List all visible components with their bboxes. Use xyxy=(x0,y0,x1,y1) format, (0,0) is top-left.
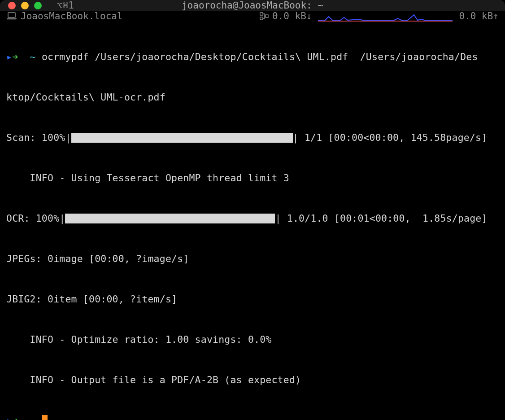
prompt-arrow-icon: ➜ xyxy=(12,51,18,62)
scan-progress-bar xyxy=(71,133,293,143)
prompt-cwd: ~ xyxy=(30,415,36,420)
net-up-label: 0.0 kB↑ xyxy=(459,11,499,22)
svg-rect-3 xyxy=(260,17,263,20)
scan-label: Scan: 100%| xyxy=(6,132,71,143)
output-info-output: INFO - Output file is a PDF/A-2B (as exp… xyxy=(6,373,499,387)
net-down-label: 0.0 kB↓ xyxy=(272,11,312,22)
ocr-tail: | 1.0/1.0 [00:01<00:00, 1.85s/page] xyxy=(275,213,487,224)
command-text-wrap: ktop/Cocktails\ UML-ocr.pdf xyxy=(6,92,165,103)
command-line-1: ▸➜ ~ ocrmypdf /Users/joaorocha/Desktop/C… xyxy=(6,50,499,64)
output-info-optimize: INFO - Optimize ratio: 1.00 savings: 0.0… xyxy=(6,333,499,346)
network-graph xyxy=(318,11,453,22)
window-title: joaorocha@JoaosMacBook: ~ xyxy=(182,0,323,11)
prompt-line[interactable]: ▸➜ ~ xyxy=(6,414,499,420)
output-ocr: OCR: 100%|| 1.0/1.0 [00:01<00:00, 1.85s/… xyxy=(6,212,499,225)
output-info-thread: INFO - Using Tesseract OpenMP thread lim… xyxy=(6,171,499,185)
prompt-bracket-icon: ▸ xyxy=(6,51,12,62)
svg-rect-4 xyxy=(266,15,268,18)
ocr-progress-bar xyxy=(65,214,275,223)
titlebar[interactable]: ⌥⌘1 joaorocha@JoaosMacBook: ~ xyxy=(0,0,505,11)
prompt-bracket-icon: ▸ xyxy=(6,415,12,420)
tab-shortcut-label: ⌥⌘1 xyxy=(57,0,74,11)
scan-tail: | 1/1 [00:00<00:00, 145.58page/s] xyxy=(293,132,488,143)
status-right: 0.0 kB↓ 0.0 kB↑ xyxy=(260,11,499,22)
svg-rect-2 xyxy=(260,13,263,15)
output-jpegs: JPEGs: 0image [00:00, ?image/s] xyxy=(6,252,499,266)
status-left: JoaosMacBook.local xyxy=(6,11,123,22)
output-jbig2: JBIG2: 0item [00:00, ?item/s] xyxy=(6,293,499,306)
command-text: ocrmypdf /Users/joaorocha/Desktop/Cockta… xyxy=(42,51,478,62)
ocr-label: OCR: 100%| xyxy=(6,213,65,224)
prompt-arrow-icon: ➜ xyxy=(12,415,18,420)
svg-rect-0 xyxy=(8,13,15,18)
terminal-window: ⌥⌘1 joaorocha@JoaosMacBook: ~ JoaosMacBo… xyxy=(0,0,505,420)
traffic-lights xyxy=(8,2,42,9)
hostname-label: JoaosMacBook.local xyxy=(21,11,123,22)
close-button[interactable] xyxy=(8,2,16,9)
laptop-icon xyxy=(6,12,17,20)
command-line-2: ktop/Cocktails\ UML-ocr.pdf xyxy=(6,91,499,104)
prompt-cwd: ~ xyxy=(30,51,36,62)
terminal-body[interactable]: ▸➜ ~ ocrmypdf /Users/joaorocha/Desktop/C… xyxy=(0,22,505,420)
cursor xyxy=(42,415,48,420)
svg-rect-1 xyxy=(7,18,17,19)
network-icon xyxy=(260,12,269,20)
tmux-statusbar: JoaosMacBook.local 0.0 kB↓ 0.0 kB↑ xyxy=(0,11,505,22)
minimize-button[interactable] xyxy=(21,2,29,9)
zoom-button[interactable] xyxy=(34,2,42,9)
output-scan: Scan: 100%|| 1/1 [00:00<00:00, 145.58pag… xyxy=(6,131,499,144)
